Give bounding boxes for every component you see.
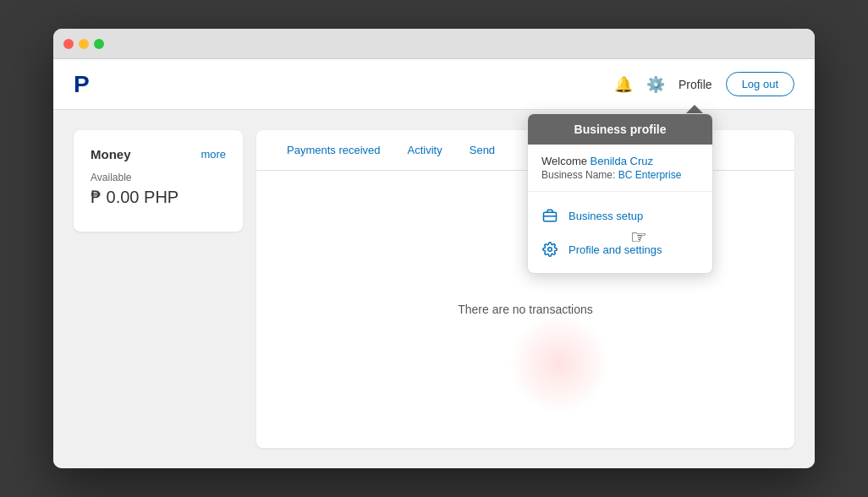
header: P 🔔 ⚙️ Profile Log out Business profi (53, 59, 815, 110)
balance-amount: ₱ 0.00 PHP (91, 187, 226, 207)
app-content: P 🔔 ⚙️ Profile Log out Business profi (53, 59, 815, 468)
more-link[interactable]: more (201, 148, 226, 161)
transactions-card: Payments received Activity Send There ar… (256, 130, 794, 448)
business-setup-item[interactable]: Business setup (528, 199, 712, 232)
logout-button[interactable]: Log out (726, 72, 794, 96)
profile-settings-label: Profile and settings (569, 243, 662, 256)
business-name-text: Business Name: BC Enterprise (541, 169, 699, 181)
profile-button[interactable]: Profile (678, 78, 712, 91)
money-card: Money more Available ₱ 0.00 PHP (74, 130, 243, 232)
business-setup-label: Business setup (569, 210, 643, 222)
paypal-logo: P (74, 68, 101, 100)
tab-activity[interactable]: Activity (394, 130, 456, 170)
profile-settings-item[interactable]: Profile and settings (528, 232, 712, 266)
app-window: P 🔔 ⚙️ Profile Log out Business profi (53, 29, 815, 468)
user-name: Benilda Cruz (591, 155, 653, 167)
dropdown-arrow (686, 105, 703, 113)
traffic-lights (63, 39, 104, 49)
profile-dropdown: Business profile Welcome Benilda Cruz Bu… (527, 105, 713, 274)
decorative-blob (508, 313, 610, 414)
welcome-text: Welcome Benilda Cruz (541, 155, 699, 167)
gear-settings-icon (541, 241, 558, 258)
svg-point-3 (548, 248, 552, 252)
business-name-prefix: Business Name: (541, 169, 615, 181)
tab-send[interactable]: Send (456, 130, 508, 170)
tabs: Payments received Activity Send (256, 130, 794, 171)
maximize-button[interactable] (94, 39, 104, 49)
notification-bell-icon[interactable]: 🔔 (614, 75, 633, 94)
minimize-button[interactable] (79, 39, 89, 49)
dropdown-header: Business profile (528, 114, 712, 145)
business-name-link[interactable]: BC Enterprise (618, 169, 682, 181)
settings-gear-icon[interactable]: ⚙️ (646, 75, 665, 94)
money-title: Money (91, 147, 131, 161)
briefcase-icon (541, 207, 558, 224)
dropdown-welcome: Welcome Benilda Cruz Business Name: BC E… (528, 145, 712, 192)
tab-payments-received[interactable]: Payments received (273, 130, 394, 170)
welcome-prefix: Welcome (541, 155, 587, 167)
header-right: 🔔 ⚙️ Profile Log out (614, 72, 794, 96)
close-button[interactable] (63, 39, 74, 49)
svg-text:P: P (74, 71, 90, 96)
dropdown-panel: Business profile Welcome Benilda Cruz Bu… (527, 113, 713, 274)
profile-label: Profile (678, 78, 712, 91)
money-card-header: Money more (91, 147, 226, 161)
no-transactions-message: There are no transactions (256, 171, 794, 448)
titlebar (53, 29, 815, 59)
dropdown-items: Business setup Profile and settings (528, 192, 712, 273)
available-label: Available (91, 172, 226, 183)
